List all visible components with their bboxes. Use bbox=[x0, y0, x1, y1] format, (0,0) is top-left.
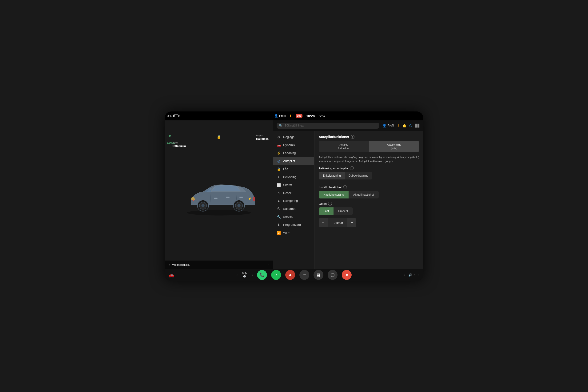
activation-group: Enkeldragning Dubbeldragning bbox=[319, 172, 419, 180]
offset-control-section: − +0 km/h + bbox=[319, 218, 419, 227]
sidebar-item-wifi[interactable]: 📶 Wi-Fi bbox=[273, 229, 314, 237]
autopilot-icon: ◎ bbox=[276, 159, 281, 163]
volume-icon: 🔊 bbox=[408, 273, 412, 277]
svg-point-12 bbox=[237, 204, 240, 207]
sidebar-item-resor[interactable]: ∿ Resor bbox=[273, 189, 314, 197]
btn-autostyrning[interactable]: Autostyrning(beta) bbox=[369, 141, 419, 152]
header-bluetooth[interactable]: ⬡ bbox=[409, 124, 412, 128]
calendar-button[interactable]: ▦ bbox=[342, 270, 352, 280]
sidebar-item-programvara[interactable]: ⬇ Programvara bbox=[273, 221, 314, 229]
car-name-area: MIN 💬 bbox=[242, 272, 248, 278]
apps-button[interactable]: ••• bbox=[300, 270, 309, 280]
btn-dubbeldragning[interactable]: Dubbeldragning bbox=[344, 172, 372, 180]
baklucka-label[interactable]: Öppna Baklucka bbox=[256, 134, 268, 140]
sidebar-item-sakerhet[interactable]: ⏱ Säkerhet bbox=[273, 205, 314, 213]
speed-btn-group: Hastighetsgräns Aktuell hastighet bbox=[319, 191, 419, 198]
card1-icon: ▦ bbox=[316, 272, 320, 278]
offset-plus-btn[interactable]: + bbox=[348, 218, 356, 227]
sidebar-item-service[interactable]: 🔧 Service bbox=[273, 213, 314, 221]
btn-enkeldragning[interactable]: Enkeldragning bbox=[319, 172, 344, 180]
sidebar-label-service: Service bbox=[283, 215, 293, 218]
svg-rect-6 bbox=[240, 196, 243, 198]
status-bar: 3 % 👤 Profil ⬇ SOS 10:28 22°C bbox=[165, 112, 423, 120]
sidebar-item-reglage[interactable]: ⚙ Reglage bbox=[273, 133, 314, 141]
signal-icon: ▊▊ bbox=[415, 124, 420, 128]
sidebar-item-skarm[interactable]: ⬜ Skärm bbox=[273, 181, 314, 189]
right-nav-right[interactable]: › bbox=[418, 273, 420, 277]
time-display: 10:28 bbox=[306, 114, 315, 118]
apps-icon: ••• bbox=[303, 273, 306, 277]
dynamik-icon: 🚗 bbox=[276, 143, 281, 147]
btn-procent[interactable]: Procent bbox=[334, 208, 352, 215]
btn-fast[interactable]: Fast bbox=[319, 208, 334, 215]
sidebar-item-laddning[interactable]: ⚡ Laddning bbox=[273, 149, 314, 157]
speed-info-icon[interactable]: i bbox=[343, 185, 347, 189]
btn-adaptiv[interactable]: Adaptivfarthållare bbox=[319, 141, 369, 152]
sidebar-item-las[interactable]: 🔒 Lås bbox=[273, 165, 314, 173]
offset-minus-btn[interactable]: − bbox=[319, 218, 328, 227]
svg-text:⚡: ⚡ bbox=[248, 197, 252, 200]
device-frame: 3 % 👤 Profil ⬇ SOS 10:28 22°C bbox=[165, 112, 423, 281]
taskbar-center: ‹ MIN 💬 › 📞 ♪ ● ••• ▦ bbox=[197, 270, 391, 280]
settings-main-panel: Autopilotfunktioner i Adaptivfarthållare… bbox=[314, 131, 423, 269]
card1-button[interactable]: ▦ bbox=[314, 270, 324, 280]
volume-control[interactable]: 🔊 ✕ bbox=[408, 273, 416, 277]
search-box[interactable]: 🔍 Sökinställningar bbox=[276, 123, 379, 129]
sidebar-item-navigering[interactable]: ▲ Navigering bbox=[273, 197, 314, 205]
svg-point-9 bbox=[201, 204, 204, 207]
search-icon: 🔍 bbox=[279, 124, 283, 128]
divider-1 bbox=[319, 183, 419, 183]
autopilot-mode-group: Adaptivfarthållare Autostyrning(beta) bbox=[319, 141, 419, 152]
spotify-icon: ♪ bbox=[275, 273, 277, 277]
taskbar-right: ‹ 🔊 ✕ › bbox=[391, 273, 420, 277]
header-download[interactable]: ⬇ bbox=[397, 124, 400, 128]
wifi-icon: 📶 bbox=[276, 231, 281, 235]
card2-icon: ▢ bbox=[331, 272, 335, 278]
sidebar-label-skarm: Skärm bbox=[283, 183, 292, 187]
phone-button[interactable]: 📞 bbox=[257, 270, 267, 280]
offset-label: Offset i bbox=[319, 202, 419, 206]
media-bar[interactable]: ♪ Välj mediekälla ↑ bbox=[165, 260, 273, 269]
temp-area: 22°C bbox=[318, 114, 325, 118]
sidebar-label-programvara: Programvara bbox=[283, 223, 301, 226]
taskbar-nav-left[interactable]: ‹ bbox=[236, 273, 238, 277]
camera-button[interactable]: ● bbox=[285, 270, 295, 280]
framlucka-label[interactable]: Öppna Framlucka bbox=[172, 142, 186, 148]
sidebar-item-dynamik[interactable]: 🚗 Dynamik bbox=[273, 141, 314, 149]
sidebar-item-autopilot[interactable]: ◎ Autopilot bbox=[273, 157, 314, 165]
btn-hastighetsgrans[interactable]: Hastighetsgräns bbox=[319, 191, 348, 198]
activation-info-icon[interactable]: i bbox=[350, 166, 354, 170]
settings-content: ⚙ Reglage 🚗 Dynamik ⚡ Laddning ◎ Autopil… bbox=[273, 131, 423, 269]
settings-sidebar: ⚙ Reglage 🚗 Dynamik ⚡ Laddning ◎ Autopil… bbox=[273, 131, 314, 269]
laddning-icon: ⚡ bbox=[276, 151, 281, 155]
programvara-icon: ⬇ bbox=[276, 223, 281, 227]
car-icon-taskbar[interactable]: 🚗 bbox=[168, 272, 174, 278]
right-panel: 🔍 Sökinställningar 👤 Profil ⬇ 🔔 bbox=[273, 120, 423, 269]
profile-area[interactable]: 👤 Profil bbox=[274, 114, 286, 118]
activation-label: Aktivering av autopilot i bbox=[319, 166, 419, 170]
download-area[interactable]: ⬇ bbox=[289, 114, 292, 118]
taskbar-nav-right[interactable]: › bbox=[252, 273, 253, 277]
sidebar-label-dynamik: Dynamik bbox=[283, 143, 295, 147]
autopilot-info-icon[interactable]: i bbox=[351, 135, 354, 139]
header-profile[interactable]: 👤 Profil bbox=[382, 124, 394, 128]
sos-badge-area[interactable]: SOS bbox=[296, 114, 302, 118]
spotify-button[interactable]: ♪ bbox=[271, 270, 281, 280]
music-icon: ♪ bbox=[168, 263, 170, 266]
status-bar-center: 👤 Profil ⬇ SOS 10:28 22°C bbox=[178, 114, 420, 118]
header-signal: ▊▊ bbox=[415, 124, 420, 128]
offset-info-icon[interactable]: i bbox=[328, 202, 332, 206]
autopilot-functions-section: Autopilotfunktioner i Adaptivfarthållare… bbox=[319, 135, 419, 152]
sidebar-item-belysning[interactable]: ✦ Belysning bbox=[273, 173, 314, 181]
card2-button[interactable]: ▢ bbox=[328, 270, 338, 280]
navigering-icon: ▲ bbox=[276, 199, 281, 203]
header-bell[interactable]: 🔔 bbox=[402, 124, 406, 128]
right-nav-left[interactable]: ‹ bbox=[404, 273, 405, 277]
download-icon: ⬇ bbox=[289, 114, 292, 118]
sos-badge: SOS bbox=[296, 114, 302, 118]
profile-label: Profil bbox=[279, 114, 286, 118]
phone-icon: 📞 bbox=[260, 272, 264, 278]
btn-aktuell-hastighet[interactable]: Aktuell hastighet bbox=[348, 191, 379, 198]
offset-control: − +0 km/h + bbox=[319, 218, 356, 227]
time-area: 10:28 bbox=[306, 114, 315, 118]
